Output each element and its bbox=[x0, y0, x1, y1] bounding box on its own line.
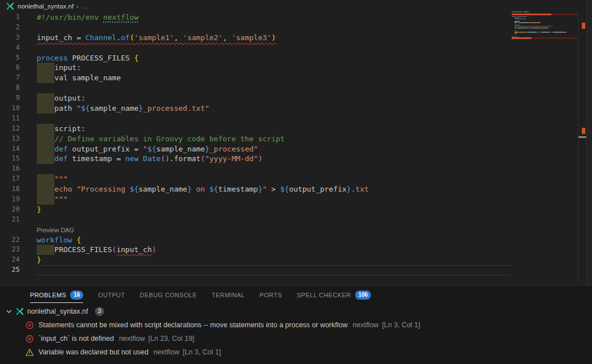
code-content[interactable] bbox=[37, 265, 510, 275]
nextflow-file-icon bbox=[6, 2, 14, 10]
code-token: new bbox=[126, 154, 139, 163]
code-content[interactable] bbox=[37, 215, 510, 225]
code-content[interactable]: def output_prefix = "${sample_name}_proc… bbox=[37, 144, 510, 154]
problem-count-badge: 16 bbox=[70, 291, 83, 300]
panel-tab-label: PROBLEMS bbox=[30, 292, 66, 298]
code-token: output_prefix = bbox=[68, 145, 143, 153]
panel-tab-spell-checker[interactable]: SPELL CHECKER106 bbox=[297, 285, 371, 305]
code-content[interactable] bbox=[37, 83, 510, 93]
breadcrumb-ellipsis[interactable]: ... bbox=[81, 3, 89, 10]
minimap-error-text bbox=[512, 37, 531, 39]
code-content[interactable] bbox=[37, 164, 510, 174]
line-number[interactable]: 13 bbox=[0, 134, 37, 144]
line-number[interactable]: 4 bbox=[0, 43, 37, 53]
code-content[interactable] bbox=[37, 23, 510, 33]
code-token: Channel bbox=[85, 33, 116, 42]
panel-tab-ports[interactable]: PORTS bbox=[260, 285, 282, 305]
codelens-row: Preview DAG bbox=[0, 225, 510, 235]
code-line-12: 12 script: bbox=[0, 124, 510, 134]
code-token: ) bbox=[258, 154, 262, 163]
line-number[interactable]: 10 bbox=[0, 103, 37, 114]
code-content[interactable]: workflow { bbox=[37, 235, 510, 245]
problem-item-error[interactable]: `input_ch` is not definednextflow[Ln 23,… bbox=[0, 332, 592, 345]
minimap-code-segment bbox=[539, 28, 548, 29]
code-line-18: 18 echo "Processing ${sample_name} on ${… bbox=[0, 184, 510, 194]
code-token: } bbox=[139, 104, 143, 112]
line-number[interactable]: 12 bbox=[0, 124, 37, 134]
line-number[interactable]: 15 bbox=[0, 154, 37, 164]
collapse-chevron-icon[interactable] bbox=[5, 307, 14, 316]
line-number[interactable]: 24 bbox=[0, 255, 37, 265]
code-content[interactable]: #!/usr/bin/env nextflow bbox=[37, 12, 510, 23]
code-line-14: 14 def output_prefix = "${sample_name}_p… bbox=[0, 144, 510, 154]
code-token: "yyyy-MM-dd" bbox=[205, 154, 258, 163]
code-content[interactable]: val sample_name bbox=[37, 73, 510, 83]
code-content[interactable]: output: bbox=[37, 93, 510, 103]
code-token: sample_name bbox=[90, 104, 139, 112]
minimap-error-text bbox=[512, 14, 551, 15]
panel-tab-problems[interactable]: PROBLEMS16 bbox=[30, 285, 83, 305]
indent-highlight bbox=[37, 93, 54, 103]
indent-highlight bbox=[37, 194, 54, 205]
line-number[interactable]: 2 bbox=[0, 23, 37, 33]
line-number[interactable]: 14 bbox=[0, 144, 37, 154]
panel-tab-debug-console[interactable]: DEBUG CONSOLE bbox=[140, 285, 197, 305]
code-content[interactable]: } bbox=[37, 205, 510, 215]
code-content[interactable]: input_ch = Channel.of('sample1', 'sample… bbox=[37, 33, 510, 43]
minimap-code-segment bbox=[554, 32, 563, 32]
code-token: """ bbox=[54, 195, 67, 203]
line-number[interactable]: 22 bbox=[0, 235, 37, 245]
error-squiggle-span: input_ch = Channel.of('sample1', 'sample… bbox=[37, 33, 276, 42]
codelens-preview-dag[interactable]: Preview DAG bbox=[37, 227, 74, 233]
line-number[interactable]: 11 bbox=[0, 114, 37, 124]
indent-highlight bbox=[37, 134, 54, 144]
code-line-4: 4 bbox=[0, 43, 510, 53]
line-number[interactable]: 3 bbox=[0, 33, 37, 43]
code-token: of bbox=[121, 33, 130, 42]
breadcrumb[interactable]: nonlethal_syntax.nf › ... bbox=[0, 0, 509, 12]
code-content[interactable] bbox=[37, 43, 510, 53]
code-content[interactable]: // Define variables in Groovy code befor… bbox=[37, 134, 510, 144]
code-editor[interactable]: 1#!/usr/bin/env nextflow23input_ch = Cha… bbox=[0, 12, 510, 281]
line-number[interactable]: 21 bbox=[0, 215, 37, 225]
minimap[interactable] bbox=[512, 0, 578, 271]
code-content[interactable]: echo "Processing ${sample_name} on ${tim… bbox=[37, 184, 510, 194]
code-content[interactable]: def timestamp = new Date().format("yyyy-… bbox=[37, 154, 510, 164]
line-number[interactable]: 9 bbox=[0, 93, 37, 103]
line-number[interactable]: 7 bbox=[0, 73, 37, 83]
line-number[interactable]: 20 bbox=[0, 205, 37, 215]
problem-item-warning[interactable]: Variable was declared but not usednextfl… bbox=[0, 345, 592, 359]
minimap-code-segment bbox=[528, 16, 529, 17]
problem-count-badge: 106 bbox=[355, 291, 371, 300]
code-content[interactable]: input: bbox=[37, 63, 510, 73]
code-token: on bbox=[192, 185, 209, 193]
code-content[interactable]: path "${sample_name}_processed.txt" bbox=[37, 103, 510, 114]
line-number[interactable]: 25 bbox=[0, 265, 37, 275]
line-number[interactable]: 18 bbox=[0, 184, 37, 194]
breadcrumb-file[interactable]: nonlethal_syntax.nf bbox=[18, 3, 74, 10]
code-content[interactable]: script: bbox=[37, 124, 510, 134]
line-number[interactable]: 1 bbox=[0, 12, 37, 23]
problems-file-row[interactable]: nonlethal_syntax.nf3 bbox=[0, 305, 592, 318]
line-number[interactable]: 16 bbox=[0, 164, 37, 174]
panel-tab-terminal[interactable]: TERMINAL bbox=[211, 285, 245, 305]
code-content[interactable]: } bbox=[37, 255, 510, 265]
code-content[interactable] bbox=[37, 114, 510, 124]
code-token: def bbox=[54, 154, 67, 163]
panel-tab-output[interactable]: OUTPUT bbox=[98, 285, 125, 305]
panel-tab-bar: PROBLEMS16OUTPUTDEBUG CONSOLETERMINALPOR… bbox=[0, 285, 592, 305]
codelens-cell[interactable]: Preview DAG bbox=[37, 225, 510, 235]
problem-item-error[interactable]: Statements cannot be mixed with script d… bbox=[0, 318, 592, 332]
code-content[interactable]: """ bbox=[37, 194, 510, 205]
code-content[interactable]: PROCESS_FILES(input_ch) bbox=[37, 245, 510, 255]
line-number[interactable]: 5 bbox=[0, 53, 37, 63]
line-number[interactable]: 17 bbox=[0, 174, 37, 184]
line-number[interactable]: 6 bbox=[0, 63, 37, 73]
line-number[interactable]: 19 bbox=[0, 194, 37, 205]
code-content[interactable]: process PROCESS_FILES { bbox=[37, 53, 510, 63]
minimap-code-segment bbox=[515, 19, 526, 19]
overview-ruler-scrollbar[interactable] bbox=[578, 0, 586, 285]
line-number[interactable]: 23 bbox=[0, 245, 37, 255]
line-number[interactable]: 8 bbox=[0, 83, 37, 93]
code-content[interactable]: """ bbox=[37, 174, 510, 184]
